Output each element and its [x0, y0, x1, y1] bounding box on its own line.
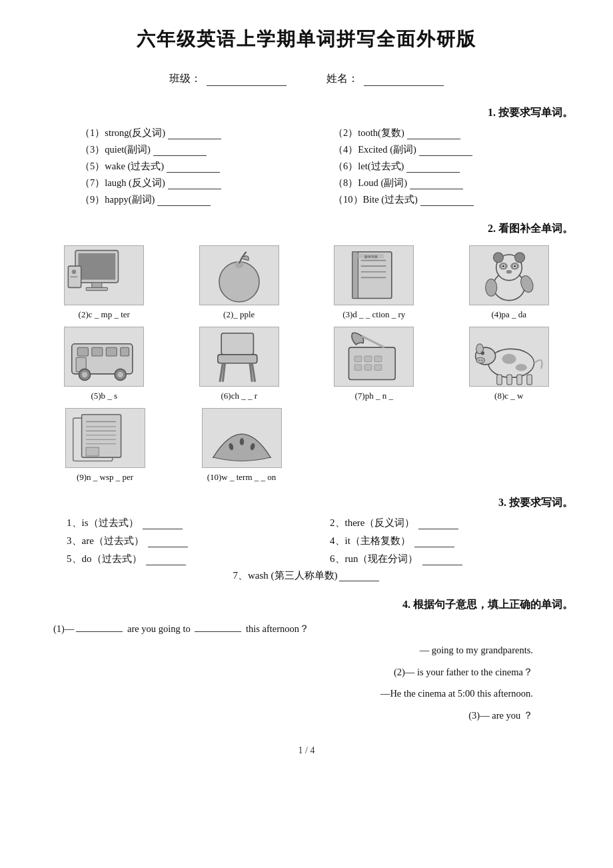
section-2: 2. 看图补全单词。 (2)c _ mp _ ter: [40, 222, 573, 483]
page-title: 六年级英语上学期单词拼写全面外研版: [40, 27, 573, 52]
picture-label: (2)_ pple: [223, 309, 255, 320]
section-1-grid: （1）strong(反义词) （2）tooth(复数) （3）quiet(副词)…: [40, 127, 573, 206]
computer-image: [64, 245, 144, 305]
list-item: — going to my grandparents.: [53, 640, 573, 660]
newspaper-image: [65, 408, 145, 468]
apple-image: [199, 245, 279, 305]
svg-text:新华字典: 新华字典: [364, 255, 378, 259]
list-item: （10）Bite (过去式): [333, 193, 573, 206]
section-3-single: 7、wash (第三人称单数): [40, 569, 573, 582]
list-item: （3）quiet(副词): [80, 143, 320, 156]
list-item: (6)ch _ _ r: [175, 327, 304, 401]
svg-point-25: [502, 265, 504, 267]
svg-rect-10: [352, 252, 358, 299]
list-item: 4、it（主格复数）: [330, 535, 573, 547]
picture-label: (4)pa _ da: [491, 309, 526, 320]
list-item: （2）tooth(复数): [333, 127, 573, 139]
picture-label: (10)w _ term _ _ on: [207, 472, 277, 483]
svg-point-60: [480, 359, 482, 361]
list-item: (3)— are you ？: [53, 705, 573, 725]
name-field: 姓名：: [326, 72, 444, 86]
cow-image: [469, 327, 549, 387]
svg-rect-48: [364, 356, 372, 362]
section-3: 3. 按要求写词。 1、is（过去式） 2、there（反义词） 3、are（过…: [40, 496, 573, 582]
section-2-header: 2. 看图补全单词。: [40, 222, 573, 236]
watermelon-image: [202, 408, 282, 468]
svg-rect-6: [71, 277, 78, 278]
list-item: 2、there（反义词）: [330, 517, 573, 529]
list-item: （5）wake (过去式): [80, 160, 320, 173]
svg-rect-34: [121, 348, 129, 357]
list-item: （1）strong(反义词): [80, 127, 320, 139]
svg-rect-65: [517, 375, 522, 385]
dictionary-image: 新华字典: [334, 245, 414, 305]
picture-row-2: (5)b _ s (6)ch _ _ r: [40, 327, 573, 401]
list-item: 6、run（现在分词）: [330, 553, 573, 565]
list-item: (2)— is your father to the cinema？: [53, 662, 573, 682]
svg-rect-46: [349, 348, 396, 380]
svg-rect-64: [507, 375, 512, 385]
list-item: （8）Loud (副词): [333, 177, 573, 189]
svg-rect-66: [527, 375, 532, 385]
svg-rect-1: [79, 253, 116, 280]
list-item: (10)w _ term _ _ on: [177, 408, 306, 483]
list-item: （9）happy(副词): [80, 193, 320, 206]
picture-label: (3)d _ _ ction _ ry: [342, 309, 405, 320]
list-item: （4）Excited (副词): [333, 143, 573, 156]
svg-point-61: [502, 354, 516, 364]
svg-line-53: [362, 336, 384, 347]
svg-rect-33: [106, 348, 117, 357]
svg-point-19: [493, 253, 503, 263]
list-item: 1、is（过去式）: [67, 517, 310, 529]
list-item: 新华字典 (3)d _ _ ction _ ry: [310, 245, 438, 320]
svg-point-58: [476, 358, 484, 364]
list-item: (9)n _ wsp _ per: [40, 408, 170, 483]
svg-point-27: [506, 270, 512, 273]
svg-rect-31: [78, 348, 89, 357]
svg-point-59: [478, 359, 480, 361]
chair-image: [199, 327, 279, 387]
list-item: —He the cinema at 5:00 this afternoon.: [53, 683, 573, 703]
list-item: (5)b _ s: [40, 327, 169, 401]
section-3-grid: 1、is（过去式） 2、there（反义词） 3、are（过去式） 4、it（主…: [40, 517, 573, 565]
section-4-sentences: (1)— are you going to this afternoon？ — …: [40, 619, 573, 725]
svg-rect-75: [86, 447, 99, 456]
svg-point-37: [82, 372, 88, 378]
list-item: (7)ph _ n _: [310, 327, 438, 401]
section-1-header: 1. 按要求写单词。: [40, 106, 573, 120]
name-label: 姓名：: [326, 72, 358, 86]
picture-label: (2)c _ mp _ ter: [79, 309, 130, 320]
class-label: 班级：: [169, 72, 201, 86]
page-number: 1 / 4: [40, 745, 573, 756]
phone-image: [334, 327, 414, 387]
section-3-header: 3. 按要求写词。: [40, 496, 573, 510]
class-field: 班级：: [169, 72, 287, 86]
svg-rect-40: [221, 333, 253, 355]
list-item: （6）let(过去式): [333, 160, 573, 173]
section-4: 4. 根据句子意思，填上正确的单词。 (1)— are you going to…: [40, 598, 573, 725]
svg-point-20: [514, 253, 524, 263]
svg-point-77: [239, 439, 243, 446]
picture-label: (8)c _ w: [494, 391, 523, 401]
picture-label: (7)ph _ n _: [355, 391, 393, 401]
svg-rect-32: [92, 348, 103, 357]
picture-label: (9)n _ wsp _ per: [77, 472, 133, 483]
picture-row-3: (9)n _ wsp _ per (10)w _ term _ _ on: [40, 408, 306, 483]
svg-rect-47: [354, 356, 362, 362]
class-input: [207, 73, 287, 86]
list-item: (2)c _ mp _ ter: [40, 245, 169, 320]
svg-point-26: [514, 265, 516, 267]
svg-rect-49: [374, 356, 382, 362]
section-1: 1. 按要求写单词。 （1）strong(反义词) （2）tooth(复数) （…: [40, 106, 573, 206]
list-item: （7）laugh (反义词): [80, 177, 320, 189]
svg-rect-50: [354, 365, 362, 371]
svg-point-62: [515, 364, 526, 371]
list-item: (8)c _ w: [445, 327, 574, 401]
picture-label: (5)b _ s: [91, 391, 117, 401]
svg-rect-51: [364, 365, 372, 371]
name-input: [364, 73, 444, 86]
bus-image: [64, 327, 144, 387]
svg-point-57: [480, 351, 484, 355]
svg-rect-41: [218, 355, 257, 363]
list-item: 3、are（过去式）: [67, 535, 310, 547]
